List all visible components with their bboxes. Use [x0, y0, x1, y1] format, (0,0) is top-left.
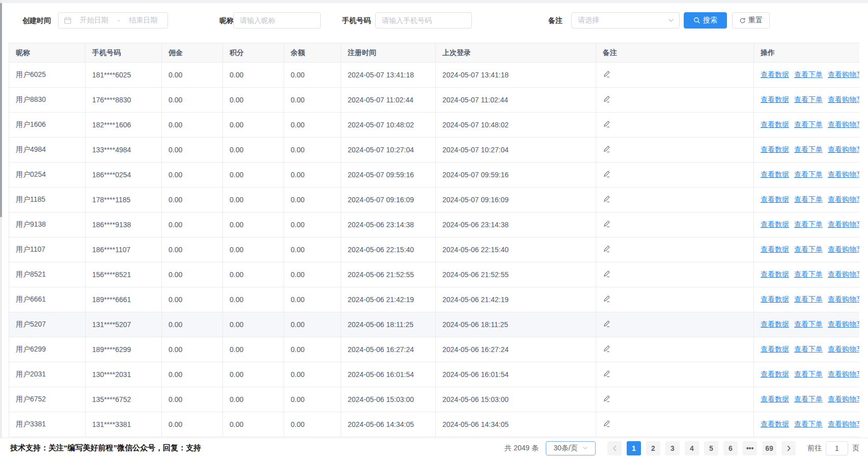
- view-orders-link[interactable]: 查看下单: [794, 245, 823, 253]
- view-cart-link[interactable]: 查看购物车: [828, 270, 859, 278]
- view-data-link[interactable]: 查看数据: [761, 395, 789, 403]
- view-cart-link[interactable]: 查看购物车: [828, 170, 859, 178]
- view-orders-link[interactable]: 查看下单: [794, 270, 823, 278]
- view-cart-link[interactable]: 查看购物车: [828, 370, 859, 378]
- edit-remark-icon[interactable]: [603, 70, 610, 78]
- page-ellipsis-button[interactable]: •••: [743, 441, 757, 455]
- last-login-cell: 2024-05-07 10:48:02: [436, 113, 596, 138]
- page-size-select[interactable]: 30条/页: [546, 441, 596, 455]
- register-time-cell: 2024-05-07 11:02:44: [341, 88, 436, 113]
- edit-remark-icon[interactable]: [603, 170, 610, 178]
- commission-cell: 0.00: [162, 237, 223, 262]
- prev-page-button[interactable]: [607, 441, 622, 455]
- column-header-8: 操作: [754, 43, 860, 63]
- remark-select[interactable]: 请选择: [571, 12, 680, 29]
- edit-remark-icon[interactable]: [603, 195, 610, 203]
- page-button-69[interactable]: 69: [762, 441, 776, 455]
- edit-remark-icon[interactable]: [603, 120, 610, 128]
- view-cart-link[interactable]: 查看购物车: [828, 70, 859, 78]
- page-button-3[interactable]: 3: [665, 441, 680, 455]
- page-button-6[interactable]: 6: [723, 441, 738, 455]
- view-data-link[interactable]: 查看数据: [761, 95, 789, 103]
- phone-input[interactable]: [376, 13, 471, 28]
- page-button-1[interactable]: 1: [627, 441, 641, 455]
- view-cart-link[interactable]: 查看购物车: [828, 95, 859, 103]
- phone-label: 手机号码: [342, 12, 371, 29]
- nickname-label: 昵称: [219, 12, 234, 29]
- left-scrollbar-track[interactable]: [0, 0, 2, 458]
- points-cell: 0.00: [223, 262, 284, 287]
- view-cart-link[interactable]: 查看购物车: [828, 120, 859, 128]
- actions-cell: 查看数据查看下单查看购物车: [754, 138, 860, 163]
- total-count: 共 2049 条: [505, 444, 539, 453]
- nickname-input[interactable]: [234, 13, 320, 28]
- balance-cell: 0.00: [284, 412, 341, 437]
- view-data-link[interactable]: 查看数据: [761, 245, 789, 253]
- view-data-link[interactable]: 查看数据: [761, 120, 789, 128]
- view-data-link[interactable]: 查看数据: [761, 420, 789, 428]
- view-orders-link[interactable]: 查看下单: [794, 295, 823, 303]
- end-date-placeholder[interactable]: 结束日期: [124, 16, 162, 25]
- table-row: 用户5207131****52070.000.000.002024-05-06 …: [9, 312, 860, 337]
- reset-button[interactable]: 重置: [732, 12, 770, 29]
- jump-page-input[interactable]: [826, 441, 848, 455]
- edit-remark-icon[interactable]: [603, 270, 610, 278]
- edit-remark-icon[interactable]: [603, 345, 610, 353]
- edit-remark-icon[interactable]: [603, 145, 610, 153]
- view-data-link[interactable]: 查看数据: [761, 220, 789, 228]
- view-orders-link[interactable]: 查看下单: [794, 420, 823, 428]
- table-row: 用户1606182****16060.000.000.002024-05-07 …: [9, 113, 860, 138]
- view-cart-link[interactable]: 查看购物车: [828, 345, 859, 353]
- view-data-link[interactable]: 查看数据: [761, 195, 789, 203]
- view-cart-link[interactable]: 查看购物车: [828, 420, 859, 428]
- view-data-link[interactable]: 查看数据: [761, 320, 789, 328]
- start-date-placeholder[interactable]: 开始日期: [75, 16, 114, 25]
- view-orders-link[interactable]: 查看下单: [794, 220, 823, 228]
- view-orders-link[interactable]: 查看下单: [794, 195, 823, 203]
- edit-remark-icon[interactable]: [603, 295, 610, 303]
- view-orders-link[interactable]: 查看下单: [794, 370, 823, 378]
- view-data-link[interactable]: 查看数据: [761, 345, 789, 353]
- edit-remark-icon[interactable]: [603, 95, 610, 103]
- nickname-field-wrap: [233, 12, 321, 29]
- view-data-link[interactable]: 查看数据: [761, 370, 789, 378]
- view-cart-link[interactable]: 查看购物车: [828, 245, 859, 253]
- register-time-cell: 2024-05-07 10:27:04: [341, 138, 436, 163]
- view-orders-link[interactable]: 查看下单: [794, 145, 823, 153]
- page-button-5[interactable]: 5: [704, 441, 718, 455]
- view-cart-link[interactable]: 查看购物车: [828, 320, 859, 328]
- edit-remark-icon[interactable]: [603, 320, 610, 328]
- remark-cell: [596, 237, 754, 262]
- edit-remark-icon[interactable]: [603, 420, 610, 427]
- search-button[interactable]: 搜索: [684, 12, 727, 29]
- view-cart-link[interactable]: 查看购物车: [828, 395, 859, 403]
- view-data-link[interactable]: 查看数据: [761, 70, 789, 78]
- view-cart-link[interactable]: 查看购物车: [828, 145, 859, 153]
- edit-remark-icon[interactable]: [603, 370, 610, 378]
- next-page-button[interactable]: [781, 441, 796, 455]
- page-button-2[interactable]: 2: [646, 441, 660, 455]
- nickname-cell: 用户6025: [9, 63, 86, 88]
- view-orders-link[interactable]: 查看下单: [794, 170, 823, 178]
- view-data-link[interactable]: 查看数据: [761, 270, 789, 278]
- view-orders-link[interactable]: 查看下单: [794, 120, 823, 128]
- remark-select-placeholder: 请选择: [578, 16, 599, 25]
- edit-remark-icon[interactable]: [603, 220, 610, 228]
- view-cart-link[interactable]: 查看购物车: [828, 295, 859, 303]
- view-orders-link[interactable]: 查看下单: [794, 395, 823, 403]
- balance-cell: 0.00: [284, 63, 341, 88]
- view-data-link[interactable]: 查看数据: [761, 170, 789, 178]
- create-time-range-picker[interactable]: 开始日期 - 结束日期: [58, 12, 168, 29]
- page-button-4[interactable]: 4: [685, 441, 699, 455]
- view-orders-link[interactable]: 查看下单: [794, 95, 823, 103]
- view-cart-link[interactable]: 查看购物车: [828, 195, 859, 203]
- view-orders-link[interactable]: 查看下单: [794, 345, 823, 353]
- view-data-link[interactable]: 查看数据: [761, 145, 789, 153]
- view-cart-link[interactable]: 查看购物车: [828, 220, 859, 228]
- edit-remark-icon[interactable]: [603, 245, 610, 253]
- left-scrollbar-thumb[interactable]: [0, 3, 2, 217]
- edit-remark-icon[interactable]: [603, 395, 610, 402]
- view-orders-link[interactable]: 查看下单: [794, 70, 823, 78]
- view-orders-link[interactable]: 查看下单: [794, 320, 823, 328]
- view-data-link[interactable]: 查看数据: [761, 295, 789, 303]
